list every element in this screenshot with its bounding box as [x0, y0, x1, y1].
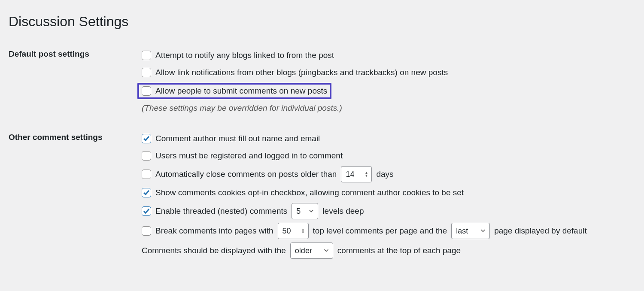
chevron-down-icon — [308, 207, 314, 216]
checkbox-allow-comments[interactable] — [142, 86, 151, 96]
checkbox-author-name-email[interactable] — [142, 134, 151, 143]
input-comments-per-page[interactable]: 50 ▲▼ — [278, 223, 309, 239]
select-comment-order[interactable]: older — [290, 242, 333, 259]
settings-table: Default post settings Attempt to notify … — [9, 42, 635, 273]
stepper-icon: ▲▼ — [365, 171, 368, 177]
input-comments-per-page-value: 50 — [283, 227, 291, 236]
label-auto-close-pre: Automatically close comments on posts ol… — [155, 170, 337, 179]
chevron-down-icon — [480, 227, 486, 236]
label-author-name-email: Comment author must fill out name and em… — [155, 134, 320, 143]
page-title: Discussion Settings — [9, 14, 635, 30]
label-cookies-optin: Show comments cookies opt-in checkbox, a… — [155, 188, 464, 197]
select-default-page[interactable]: last — [451, 223, 490, 239]
highlighted-allow-comments: Allow people to submit comments on new p… — [137, 83, 331, 99]
select-comment-order-value: older — [295, 246, 312, 255]
checkbox-break-pages[interactable] — [142, 226, 151, 236]
section-heading-other-comment: Other comment settings — [9, 126, 142, 273]
checkbox-threaded[interactable] — [142, 206, 151, 216]
input-close-days[interactable]: 14 ▲▼ — [341, 166, 372, 182]
select-thread-depth[interactable]: 5 — [292, 203, 318, 219]
label-allow-comments: Allow people to submit comments on new p… — [155, 86, 327, 96]
label-order-pre: Comments should be displayed with the — [142, 246, 286, 255]
checkbox-auto-close[interactable] — [142, 170, 151, 179]
select-default-page-value: last — [456, 227, 468, 236]
checkbox-pingbacks[interactable] — [142, 68, 151, 77]
select-thread-depth-value: 5 — [296, 207, 301, 216]
label-break-post: page displayed by default — [494, 226, 587, 236]
label-threaded-post: levels deep — [322, 206, 364, 216]
label-order-post: comments at the top of each page — [337, 246, 461, 255]
label-registered-users: Users must be registered and logged in t… — [155, 151, 343, 161]
label-threaded-pre: Enable threaded (nested) comments — [155, 206, 287, 216]
checkbox-registered-users[interactable] — [142, 151, 151, 161]
input-close-days-value: 14 — [346, 170, 354, 179]
label-pingbacks: Allow link notifications from other blog… — [155, 68, 448, 77]
label-break-mid: top level comments per page and the — [313, 226, 447, 236]
note-override: (These settings may be overridden for in… — [142, 101, 635, 113]
chevron-down-icon — [323, 246, 329, 255]
checkbox-cookies-optin[interactable] — [142, 188, 151, 197]
label-notify-blogs: Attempt to notify any blogs linked to fr… — [155, 51, 334, 60]
stepper-icon: ▲▼ — [301, 228, 305, 234]
label-auto-close-post: days — [376, 170, 393, 179]
label-break-pre: Break comments into pages with — [155, 226, 273, 236]
section-heading-default-post: Default post settings — [9, 42, 142, 126]
checkbox-notify-blogs[interactable] — [142, 51, 151, 60]
